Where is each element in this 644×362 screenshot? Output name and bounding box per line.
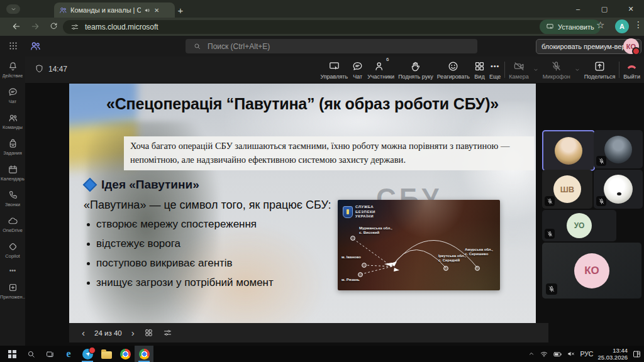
participant-initials-avatar: КО (574, 253, 609, 288)
chrome-icon[interactable] (116, 346, 135, 362)
muted-mic-icon (545, 196, 555, 206)
participants-button[interactable]: 6 Участники (367, 60, 394, 80)
telegram-icon[interactable] (78, 346, 97, 362)
slide-thumbnails-icon[interactable] (144, 328, 153, 337)
bullet-item: знищує загрози у потрібний момент (87, 277, 274, 289)
action-center-icon[interactable] (632, 349, 641, 359)
install-icon (546, 23, 554, 31)
reload-icon[interactable] (49, 21, 58, 31)
sidebar-item-more[interactable]: ••• (0, 263, 25, 278)
chrome-active-icon[interactable] (135, 346, 153, 362)
participants-count: 6 (386, 57, 389, 62)
muted-mic-icon (546, 283, 557, 295)
participant-tile[interactable] (594, 130, 643, 168)
window-close-button[interactable]: ✕ (618, 0, 644, 18)
chat-button[interactable]: Чат (352, 60, 364, 80)
divider (504, 62, 505, 78)
bullet-dot (87, 223, 90, 226)
slide-options-icon[interactable] (163, 328, 172, 337)
more-button[interactable]: •••Еще (489, 60, 501, 80)
search-icon (193, 42, 201, 50)
meeting-timer: 14:47 (35, 64, 67, 74)
prev-slide-button[interactable]: ‹ (82, 328, 85, 337)
wifi-icon[interactable] (540, 349, 548, 358)
system-tray: РУС 13:4425.03.2026 (528, 346, 641, 362)
bullet-item: створює мережу спостереження (87, 218, 274, 231)
map-marker: Амурська обл., с. Серишево (465, 248, 493, 256)
teams-logo-icon[interactable] (29, 40, 42, 52)
map-marker: м. Іваново (341, 255, 361, 260)
window-minimize-button[interactable]: – (565, 0, 591, 18)
tab-close-icon[interactable]: ✕ (154, 7, 159, 14)
participant-tile-speaking[interactable] (542, 130, 595, 171)
slide-navigation-bar: ‹ 24 из 40 › (69, 323, 548, 343)
camera-button[interactable]: Камера (509, 60, 528, 80)
sbu-shield-icon (343, 206, 353, 218)
participant-initials-avatar: ШВ (553, 175, 581, 203)
tray-expand-icon[interactable] (528, 350, 535, 358)
bullet-list: створює мережу спостереження відстежує в… (87, 218, 274, 296)
tab-search-button[interactable] (6, 4, 20, 14)
bookmark-star-icon[interactable]: ☆ (596, 19, 604, 31)
window-maximize-button[interactable]: ▢ (591, 0, 618, 18)
bullet-item: поступово викриває агентів (87, 257, 274, 270)
browser-profile-avatar[interactable]: A (615, 19, 629, 33)
participant-tile-self[interactable]: КО (542, 243, 641, 299)
sidebar-item-teams[interactable]: Команды (0, 108, 25, 134)
forward-icon[interactable] (30, 21, 40, 31)
sidebar-item-copilot[interactable]: Copilot (0, 237, 25, 263)
file-explorer-icon[interactable] (97, 346, 116, 362)
tab-audio-icon[interactable] (144, 7, 151, 14)
next-slide-button[interactable]: › (131, 328, 135, 337)
sidebar-item-calls[interactable]: Звонки (0, 185, 25, 211)
sidebar-item-activity[interactable]: Действие (0, 57, 25, 82)
back-icon[interactable] (11, 21, 21, 31)
sidebar-item-onedrive[interactable]: OneDrive (0, 211, 25, 237)
teams-profile-avatar[interactable]: КО (623, 38, 639, 54)
raise-hand-button[interactable]: Поднять руку (398, 60, 433, 80)
idea-lead: «Павутина» — це символ того, як працює С… (84, 199, 331, 212)
map-marker: Мурманська обл., с. Високий (359, 226, 392, 235)
teams-sidebar: Действие Чат Команды Задания Календарь З… (0, 57, 25, 346)
participant-tile[interactable]: УО (542, 210, 616, 241)
participant-tile[interactable]: ШВ (542, 170, 592, 209)
start-button[interactable] (3, 346, 21, 362)
meeting-controls: Управлять Чат 6 Участники Поднять руку Р… (320, 58, 640, 81)
site-settings-icon[interactable] (70, 23, 79, 31)
manage-button[interactable]: Управлять (320, 60, 348, 80)
address-bar[interactable]: teams.cloud.microsoft (63, 20, 548, 34)
new-tab-button[interactable]: + (174, 3, 187, 17)
leave-button[interactable]: Выйти (623, 60, 640, 80)
slide-title: «Спецоперація “Павутина” (як образ робот… (69, 95, 536, 113)
sbu-logo: СЛУЖБАБЕЗПЕКИУКРАЇНИ (343, 205, 375, 219)
participant-tile[interactable] (594, 170, 643, 209)
bullet-dot (87, 243, 90, 246)
app-launcher-icon[interactable] (8, 40, 19, 52)
browser-tab[interactable]: Команды и каналы | Собр ✕ (54, 3, 175, 18)
mic-button[interactable]: Микрофон (543, 60, 570, 80)
view-button[interactable]: Вид (474, 60, 486, 80)
browser-tab-strip: Команды и каналы | Собр ✕ + – ▢ ✕ (0, 0, 644, 18)
edge-icon[interactable]: e (59, 346, 78, 362)
sidebar-item-assignments[interactable]: Задания (0, 134, 25, 160)
taskbar-search-button[interactable] (21, 346, 40, 362)
taskbar-clock[interactable]: 13:4425.03.2026 (597, 347, 628, 361)
sidebar-item-apps[interactable]: Приложен... (0, 278, 25, 304)
search-input[interactable]: Поиск (Ctrl+Alt+E) (186, 39, 477, 53)
map-marker: Іркутська обл., с. Середній (438, 254, 466, 263)
url-text: teams.cloud.microsoft (85, 23, 158, 31)
browser-menu-icon[interactable]: ⋮ (634, 19, 643, 30)
battery-icon[interactable] (553, 349, 562, 359)
muted-mic-icon (596, 156, 606, 166)
install-button[interactable]: Установить (540, 19, 601, 34)
task-view-button[interactable] (40, 346, 59, 362)
sidebar-item-chat[interactable]: Чат (0, 82, 25, 108)
language-indicator[interactable]: РУС (580, 350, 593, 358)
mic-chevron-icon[interactable] (574, 67, 580, 73)
react-button[interactable]: Реагировать (437, 60, 470, 80)
share-button[interactable]: Поделиться (584, 60, 616, 80)
presentation-slide: СБУ «Спецоперація “Павутина” (як образ р… (69, 84, 536, 323)
sidebar-item-calendar[interactable]: Календарь (0, 160, 25, 185)
camera-chevron-icon[interactable] (533, 67, 539, 73)
volume-muted-icon[interactable] (567, 349, 575, 358)
